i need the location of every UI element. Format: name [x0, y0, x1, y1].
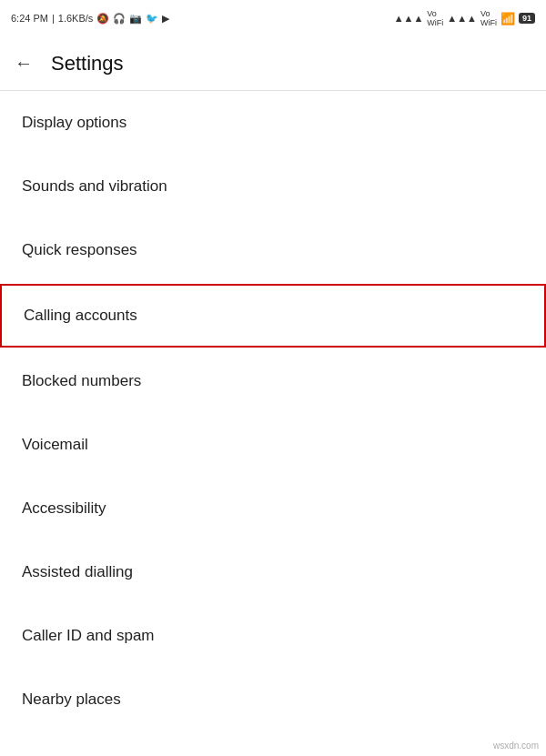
- settings-item-caller-id-and-spam[interactable]: Caller ID and spam: [0, 604, 546, 668]
- vo-wifi-icon: VoWiFi: [427, 9, 443, 27]
- settings-item-label-quick-responses: Quick responses: [22, 241, 137, 259]
- wifi-icon: 📶: [500, 12, 515, 25]
- time: 6:24 PM: [11, 13, 48, 24]
- settings-item-advanced[interactable]: Advanced: [0, 731, 546, 756]
- network-speed: 1.6KB/s: [58, 13, 94, 24]
- alarm-icon: 🔕: [96, 13, 109, 25]
- headset-icon: 🎧: [113, 13, 126, 25]
- settings-item-label-assisted-dialling: Assisted dialling: [22, 563, 133, 581]
- twitter-icon: 🐦: [146, 13, 158, 25]
- settings-item-label-calling-accounts: Calling accounts: [24, 307, 137, 325]
- settings-item-quick-responses[interactable]: Quick responses: [0, 218, 546, 282]
- settings-item-label-blocked-numbers: Blocked numbers: [22, 372, 141, 390]
- signal-icon2: ▲▲▲: [447, 13, 477, 24]
- battery-indicator: 91: [519, 13, 535, 24]
- status-left: 6:24 PM | 1.6KB/s 🔕 🎧 📷 🐦 ▶: [11, 13, 169, 25]
- settings-item-label-caller-id-and-spam: Caller ID and spam: [22, 627, 155, 645]
- settings-item-blocked-numbers[interactable]: Blocked numbers: [0, 349, 546, 413]
- settings-item-display-options[interactable]: Display options: [0, 91, 546, 155]
- settings-item-calling-accounts[interactable]: Calling accounts: [0, 284, 546, 348]
- settings-item-label-sounds-and-vibration: Sounds and vibration: [22, 177, 167, 196]
- settings-item-voicemail[interactable]: Voicemail: [0, 413, 546, 477]
- settings-item-label-voicemail: Voicemail: [22, 436, 88, 454]
- separator: |: [52, 13, 55, 24]
- status-right: ▲▲▲ VoWiFi ▲▲▲ VoWiFi 📶 91: [394, 9, 535, 27]
- settings-item-label-display-options: Display options: [22, 114, 126, 132]
- settings-item-label-accessibility: Accessibility: [22, 499, 106, 518]
- settings-item-label-nearby-places: Nearby places: [22, 690, 121, 709]
- settings-item-nearby-places[interactable]: Nearby places: [0, 668, 546, 731]
- screenshot-icon: 📷: [129, 13, 142, 25]
- vo-wifi-icon2: VoWiFi: [480, 9, 497, 27]
- media-icon: ▶: [162, 13, 169, 25]
- settings-item-assisted-dialling[interactable]: Assisted dialling: [0, 540, 546, 604]
- settings-item-sounds-and-vibration[interactable]: Sounds and vibration: [0, 155, 546, 218]
- page-title: Settings: [51, 52, 124, 76]
- watermark: wsxdn.com: [493, 741, 539, 751]
- settings-list: Display optionsSounds and vibrationQuick…: [0, 91, 546, 756]
- settings-item-accessibility[interactable]: Accessibility: [0, 477, 546, 540]
- signal-icon: ▲▲▲: [394, 13, 424, 24]
- back-button[interactable]: ←: [15, 53, 33, 74]
- back-icon: ←: [15, 53, 33, 74]
- status-bar: 6:24 PM | 1.6KB/s 🔕 🎧 📷 🐦 ▶ ▲▲▲ VoWiFi ▲…: [0, 0, 546, 36]
- toolbar: ← Settings: [0, 36, 546, 91]
